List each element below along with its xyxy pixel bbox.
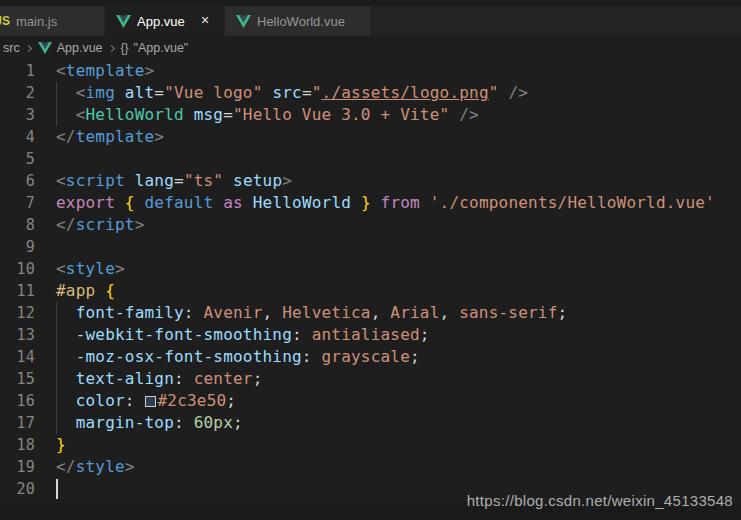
breadcrumb: src App.vue {} "App.vue" [0, 36, 741, 60]
text-cursor [56, 479, 58, 499]
vue-icon [116, 15, 131, 28]
code-line[interactable]: 11#app { [0, 280, 741, 302]
javascript-icon: JS [0, 13, 10, 29]
color-swatch[interactable] [145, 396, 156, 407]
close-icon[interactable]: × [197, 13, 213, 29]
chevron-right-icon [108, 44, 115, 51]
line-number: 1 [0, 60, 35, 82]
symbol-braces-icon: {} [121, 41, 129, 55]
line-number: 19 [0, 456, 35, 478]
line-number: 18 [0, 434, 35, 456]
tab-main-js[interactable]: JS main.js [0, 6, 105, 36]
code-line[interactable]: 14 -moz-osx-font-smoothing: grayscale; [0, 346, 741, 368]
code-line[interactable]: 18} [0, 434, 741, 456]
line-number: 20 [0, 478, 35, 500]
line-number: 8 [0, 214, 35, 236]
line-number: 3 [0, 104, 35, 126]
code-line[interactable]: 16 color: #2c3e50; [0, 390, 741, 412]
code-line[interactable]: 2 <img alt="Vue logo" src="./assets/logo… [0, 82, 741, 104]
watermark-url: https://blog.csdn.net/weixin_45133548 [467, 492, 733, 509]
breadcrumb-symbol[interactable]: "App.vue" [134, 41, 189, 55]
breadcrumb-file[interactable]: App.vue [57, 41, 103, 55]
tab-label: main.js [16, 14, 57, 29]
vue-icon [236, 15, 251, 28]
line-number: 5 [0, 148, 35, 170]
chevron-right-icon [25, 44, 32, 51]
line-number: 12 [0, 302, 35, 324]
code-line[interactable]: 8</script> [0, 214, 741, 236]
line-number: 9 [0, 236, 35, 258]
code-line[interactable]: 10<style> [0, 258, 741, 280]
code-line[interactable]: 17 margin-top: 60px; [0, 412, 741, 434]
line-number: 13 [0, 324, 35, 346]
vue-icon [38, 42, 52, 54]
line-number: 15 [0, 368, 35, 390]
line-number: 6 [0, 170, 35, 192]
code-line[interactable]: 15 text-align: center; [0, 368, 741, 390]
code-editor[interactable]: 1<template>2 <img alt="Vue logo" src="./… [0, 60, 741, 520]
line-number: 7 [0, 192, 35, 214]
code-line[interactable]: 12 font-family: Avenir, Helvetica, Arial… [0, 302, 741, 324]
line-number: 10 [0, 258, 35, 280]
line-number: 2 [0, 82, 35, 104]
tab-bar: JS main.js App.vue × HelloWorld.vue [0, 0, 741, 36]
code-line[interactable]: 5 [0, 148, 741, 170]
code-line[interactable]: 6<script lang="ts" setup> [0, 170, 741, 192]
tab-label: App.vue [137, 14, 185, 29]
tab-label: HelloWorld.vue [257, 14, 345, 29]
code-line[interactable]: 1<template> [0, 60, 741, 82]
code-line[interactable]: 19</style> [0, 456, 741, 478]
tab-helloworld-vue[interactable]: HelloWorld.vue [225, 6, 371, 36]
code-lines: 1<template>2 <img alt="Vue logo" src="./… [0, 60, 741, 500]
code-line[interactable]: 4</template> [0, 126, 741, 148]
tab-strip-empty [371, 6, 741, 36]
line-number: 16 [0, 390, 35, 412]
line-number: 14 [0, 346, 35, 368]
line-number: 4 [0, 126, 35, 148]
tab-app-vue[interactable]: App.vue × [105, 6, 225, 36]
line-number: 17 [0, 412, 35, 434]
code-line[interactable]: 9 [0, 236, 741, 258]
line-number: 11 [0, 280, 35, 302]
code-line[interactable]: 7export { default as HelloWorld } from '… [0, 192, 741, 214]
code-line[interactable]: 13 -webkit-font-smoothing: antialiased; [0, 324, 741, 346]
breadcrumb-folder[interactable]: src [3, 41, 20, 55]
code-line[interactable]: 3 <HelloWorld msg="Hello Vue 3.0 + Vite"… [0, 104, 741, 126]
